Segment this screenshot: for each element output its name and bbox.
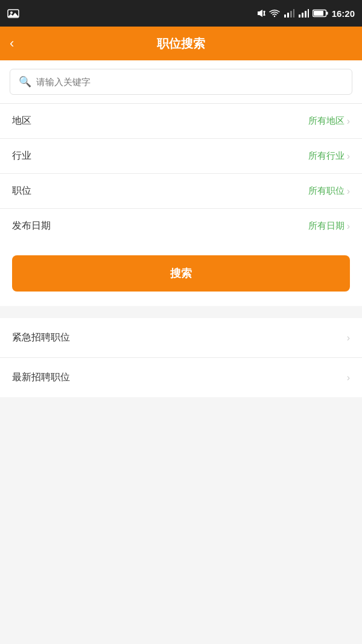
svg-rect-13 <box>305 11 306 18</box>
chevron-right-icon-region: › <box>347 116 350 127</box>
svg-rect-11 <box>299 14 300 18</box>
search-section: 🔍 <box>0 60 362 104</box>
svg-rect-16 <box>326 12 328 15</box>
search-icon: 🔍 <box>19 75 31 88</box>
filter-row-industry[interactable]: 行业 所有行业 › <box>0 139 362 174</box>
quick-link-urgent-label: 紧急招聘职位 <box>12 331 70 344</box>
svg-rect-14 <box>308 9 309 18</box>
filter-row-region[interactable]: 地区 所有地区 › <box>0 104 362 139</box>
chevron-right-icon-latest: › <box>347 372 350 383</box>
filter-label-industry: 行业 <box>12 150 31 162</box>
filter-section: 地区 所有地区 › 行业 所有行业 › 职位 所有职位 › 发布日期 所有日期 … <box>0 104 362 243</box>
filter-value-date-wrap: 所有日期 › <box>308 220 350 232</box>
svg-rect-9 <box>290 11 292 18</box>
status-bar-left <box>7 8 19 18</box>
chevron-right-icon-position: › <box>347 186 350 197</box>
signal-blocked-icon <box>284 9 294 18</box>
filter-value-industry-wrap: 所有行业 › <box>308 150 350 162</box>
search-button[interactable]: 搜索 <box>12 255 350 292</box>
filter-value-industry: 所有行业 <box>308 150 345 162</box>
page-header: ‹ 职位搜索 <box>0 27 362 60</box>
gap-divider <box>0 306 362 312</box>
chevron-right-icon-urgent: › <box>347 333 350 343</box>
svg-rect-12 <box>302 13 303 18</box>
status-bar-right: 16:20 <box>257 8 355 19</box>
search-input-wrapper[interactable]: 🔍 <box>10 69 352 95</box>
time-display: 16:20 <box>332 8 355 19</box>
back-button[interactable]: ‹ <box>10 37 14 50</box>
svg-rect-7 <box>284 14 286 18</box>
filter-label-position: 职位 <box>12 185 31 197</box>
page-title: 职位搜索 <box>157 36 205 52</box>
svg-point-1 <box>10 11 13 14</box>
svg-rect-17 <box>314 11 323 16</box>
chevron-right-icon-date: › <box>347 221 350 232</box>
svg-marker-3 <box>258 11 259 15</box>
filter-label-region: 地区 <box>12 115 31 127</box>
quick-link-latest-label: 最新招聘职位 <box>12 371 70 384</box>
screenshot-icon <box>7 8 19 18</box>
filter-value-region: 所有地区 <box>308 115 345 127</box>
quick-link-latest[interactable]: 最新招聘职位 › <box>0 358 362 397</box>
filter-value-region-wrap: 所有地区 › <box>308 115 350 127</box>
filter-value-position-wrap: 所有职位 › <box>308 185 350 197</box>
filter-row-date[interactable]: 发布日期 所有日期 › <box>0 209 362 243</box>
quick-link-urgent[interactable]: 紧急招聘职位 › <box>0 318 362 358</box>
svg-marker-2 <box>8 13 19 17</box>
filter-value-date: 所有日期 <box>308 220 345 232</box>
search-btn-section: 搜索 <box>0 243 362 306</box>
quick-links-section: 紧急招聘职位 › 最新招聘职位 › <box>0 318 362 397</box>
search-input[interactable] <box>36 77 343 87</box>
svg-rect-8 <box>287 13 289 18</box>
filter-label-date: 发布日期 <box>12 220 51 232</box>
filter-value-position: 所有职位 <box>308 185 345 197</box>
signal-icon <box>298 9 309 18</box>
wifi-icon <box>269 9 280 18</box>
mute-icon <box>257 8 265 18</box>
chevron-right-icon-industry: › <box>347 151 350 162</box>
svg-rect-10 <box>293 9 294 18</box>
filter-row-position[interactable]: 职位 所有职位 › <box>0 174 362 209</box>
status-bar: 16:20 <box>0 0 362 27</box>
svg-marker-4 <box>259 10 262 17</box>
battery-icon <box>313 9 328 18</box>
